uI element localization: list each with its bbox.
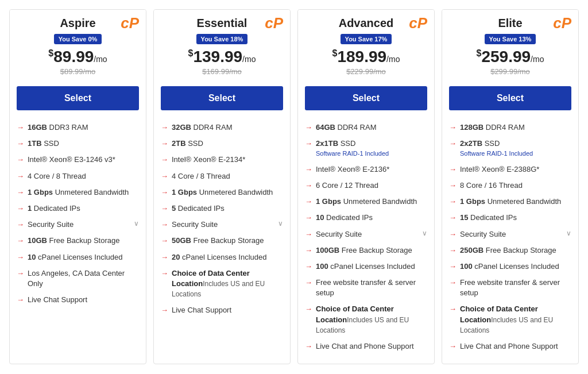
list-item: →250GB Free Backup Storage — [449, 242, 571, 259]
feature-text: 5 Dedicated IPs — [172, 203, 283, 214]
save-badge-essential: You Save 18% — [196, 34, 248, 44]
features-list-advanced: →64GB DDR4 RAM→2x1TB SSDSoftware RAID-1 … — [298, 117, 434, 364]
select-button-advanced[interactable]: Select — [305, 86, 427, 110]
list-item: →Choice of Data Center LocationIncludes … — [161, 265, 283, 303]
price-original-advanced: $229.99/mo — [307, 67, 425, 76]
feature-text: 2TB SSD — [172, 138, 283, 149]
feature-text: 2x1TB SSDSoftware RAID-1 Included — [316, 138, 427, 159]
arrow-icon: → — [305, 181, 312, 190]
list-item: →32GB DDR4 RAM — [161, 119, 283, 136]
arrow-icon: → — [161, 220, 168, 229]
plan-header-essential: EssentialYou Save 18%cP$139.99/mo$169.99… — [154, 10, 290, 80]
list-item: →1 Gbps Unmetered Bandwidth — [449, 194, 571, 210]
arrow-icon: → — [305, 304, 312, 313]
list-item: →1 Gbps Unmetered Bandwidth — [161, 184, 283, 201]
arrow-icon: → — [449, 165, 457, 173]
list-item: →100GB Free Backup Storage — [305, 242, 427, 259]
arrow-icon: → — [161, 188, 168, 196]
price-essential: $139.99/mo — [163, 48, 281, 66]
list-item: →2x2TB SSDSoftware RAID-1 Included — [449, 136, 571, 161]
list-item: →Security Suite∨ — [161, 217, 283, 233]
list-item: →100 cPanel Licenses Included — [305, 259, 427, 275]
arrow-icon: → — [449, 304, 457, 313]
list-item: →64GB DDR4 RAM — [305, 119, 427, 136]
price-original-elite: $299.99/mo — [451, 67, 569, 76]
feature-text: 16GB DDR3 RAM — [28, 122, 139, 133]
feature-text: 100GB Free Backup Storage — [316, 245, 427, 256]
list-item: →50GB Free Backup Storage — [161, 233, 283, 249]
plan-card-essential: EssentialYou Save 18%cP$139.99/mo$169.99… — [153, 9, 291, 364]
arrow-icon: → — [17, 172, 24, 180]
arrow-icon: → — [17, 188, 24, 196]
arrow-icon: → — [305, 278, 312, 287]
feature-text: Security Suite — [316, 229, 419, 240]
cp-logo-elite: cP — [553, 16, 571, 30]
select-button-aspire[interactable]: Select — [17, 86, 139, 110]
feature-text: 10GB Free Backup Storage — [28, 236, 139, 246]
arrow-icon: → — [17, 204, 24, 213]
arrow-icon: → — [17, 253, 24, 261]
plan-name-advanced: Advanced — [307, 17, 425, 30]
list-item: →1 Gbps Unmetered Bandwidth — [305, 194, 427, 210]
arrow-icon: → — [305, 213, 312, 222]
arrow-icon: → — [17, 236, 24, 245]
feature-text: Security Suite — [28, 219, 130, 230]
list-item: →16GB DDR3 RAM — [17, 119, 139, 136]
list-item: →5 Dedicated IPs — [161, 201, 283, 217]
arrow-icon: → — [161, 139, 168, 148]
feature-text: 250GB Free Backup Storage — [460, 245, 571, 256]
list-item: →Intel® Xeon® E3-1246 v3* — [17, 152, 139, 168]
price-original-aspire: $89.99/mo — [19, 67, 137, 76]
list-item: →10GB Free Backup Storage — [17, 233, 139, 249]
plan-name-elite: Elite — [451, 17, 569, 30]
list-item: →8 Core / 16 Thread — [449, 178, 571, 194]
feature-text: Los Angeles, CA Data Center Only — [28, 268, 139, 289]
list-item: →20 cPanel Licenses Included — [161, 249, 283, 265]
arrow-icon: → — [161, 123, 168, 132]
save-badge-elite: You Save 13% — [485, 34, 536, 44]
features-list-aspire: →16GB DDR3 RAM→1TB SSD→Intel® Xeon® E3-1… — [10, 117, 146, 364]
arrow-icon: → — [305, 230, 312, 238]
expand-icon[interactable]: ∨ — [278, 219, 283, 228]
feature-text: 1TB SSD — [28, 138, 139, 149]
arrow-icon: → — [449, 123, 457, 132]
arrow-icon: → — [161, 269, 168, 277]
plan-card-aspire: AspireYou Save 0%cP$89.99/mo$89.99/moSel… — [9, 9, 146, 364]
list-item: →Live Chat Support — [161, 302, 283, 318]
select-button-essential[interactable]: Select — [161, 86, 283, 110]
feature-text: 1 Gbps Unmetered Bandwidth — [28, 187, 139, 198]
feature-text: 15 Dedicated IPs — [460, 213, 571, 223]
list-item: →Free website transfer & server setup — [305, 275, 427, 301]
list-item: →Security Suite∨ — [17, 217, 139, 233]
feature-text: Choice of Data Center LocationIncludes U… — [316, 304, 427, 336]
list-item: →4 Core / 8 Thread — [17, 168, 139, 184]
list-item: →6 Core / 12 Thread — [305, 178, 427, 194]
cp-logo-essential: cP — [265, 16, 283, 30]
expand-icon[interactable]: ∨ — [566, 229, 571, 237]
arrow-icon: → — [17, 220, 24, 229]
feature-text: 4 Core / 8 Thread — [172, 171, 283, 182]
list-item: →10 Dedicated IPs — [305, 210, 427, 226]
arrow-icon: → — [305, 197, 312, 206]
list-item: →2TB SSD — [161, 136, 283, 152]
feature-text: 10 Dedicated IPs — [316, 213, 427, 223]
save-badge-aspire: You Save 0% — [54, 34, 102, 44]
feature-text: 1 Dedicated IPs — [28, 203, 139, 214]
cp-logo-advanced: cP — [409, 16, 427, 30]
list-item: →2x1TB SSDSoftware RAID-1 Included — [305, 136, 427, 161]
feature-text: Free website transfer & server setup — [316, 277, 427, 298]
plan-name-aspire: Aspire — [19, 17, 137, 30]
expand-icon[interactable]: ∨ — [422, 229, 427, 237]
expand-icon[interactable]: ∨ — [134, 219, 139, 228]
features-list-elite: →128GB DDR4 RAM→2x2TB SSDSoftware RAID-1… — [442, 117, 578, 364]
plan-card-advanced: AdvancedYou Save 17%cP$189.99/mo$229.99/… — [297, 9, 435, 364]
list-item: →Intel® Xeon® E-2134* — [161, 152, 283, 168]
select-button-elite[interactable]: Select — [449, 86, 571, 110]
feature-text: Live Chat and Phone Support — [316, 341, 427, 352]
price-elite: $259.99/mo — [451, 48, 569, 66]
list-item: →Live Chat and Phone Support — [449, 338, 571, 354]
plan-header-aspire: AspireYou Save 0%cP$89.99/mo$89.99/mo — [10, 10, 146, 80]
feature-text: 10 cPanel Licenses Included — [28, 252, 139, 263]
plan-header-advanced: AdvancedYou Save 17%cP$189.99/mo$229.99/… — [298, 10, 434, 80]
list-item: →1TB SSD — [17, 136, 139, 152]
